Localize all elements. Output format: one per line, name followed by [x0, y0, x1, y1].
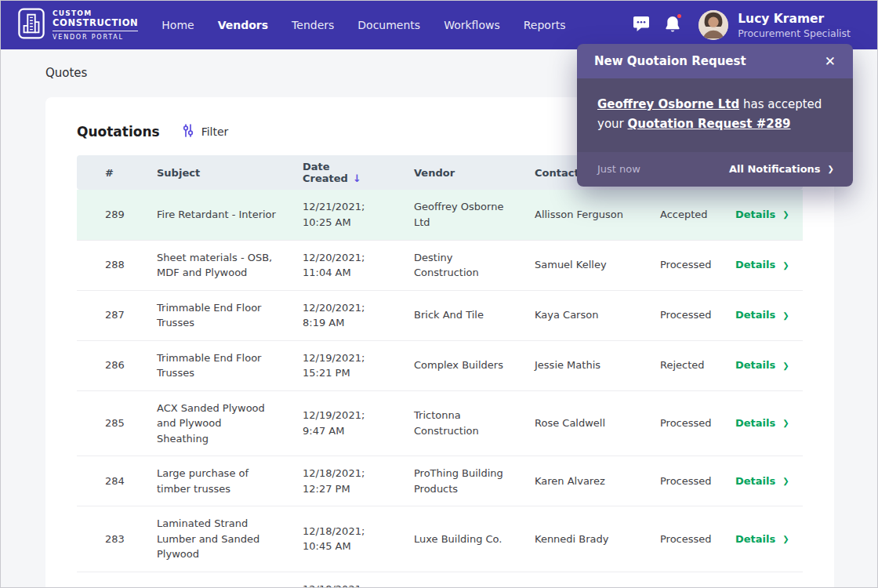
- col-header-vendor: Vendor: [398, 155, 519, 190]
- table-row: 289Fire Retardant - Interior12/21/2021; …: [77, 190, 803, 240]
- nav-item-tenders[interactable]: Tenders: [292, 19, 334, 31]
- vendor-link[interactable]: Geoffrey Osborne Ltd: [597, 97, 739, 111]
- details-button[interactable]: Details❯: [735, 358, 789, 373]
- quote-contact: Kennedi Brady: [519, 506, 644, 572]
- table-row: 288Sheet materials - OSB, MDF and Plywoo…: [77, 240, 803, 290]
- quote-vendor: Luxe Building Co.: [398, 506, 519, 572]
- chevron-right-icon: ❯: [782, 417, 789, 429]
- quote-status: Processed: [644, 456, 720, 506]
- quote-contact: Jessie Mathis: [519, 340, 644, 390]
- quote-contact: Rose Caldwell: [519, 390, 644, 456]
- details-label: Details: [735, 358, 775, 373]
- details-button[interactable]: Details❯: [735, 416, 789, 431]
- all-notifications-link[interactable]: All Notifications ❯: [729, 163, 834, 175]
- chevron-right-icon: ❯: [782, 533, 789, 545]
- table-row: 282I-Joists 90 Series12/18/2021; 8:12 AM…: [77, 572, 803, 588]
- filter-icon: [182, 124, 194, 140]
- nav-item-documents[interactable]: Documents: [357, 19, 420, 31]
- quote-subject: Large purchase of timber trusses: [141, 456, 287, 506]
- col-header-date-created[interactable]: Date Created↓: [287, 155, 398, 190]
- user-role: Procurement Specialist: [738, 27, 851, 39]
- chevron-right-icon: ❯: [828, 165, 834, 173]
- quote-number: 289: [77, 190, 141, 240]
- nav-item-home[interactable]: Home: [161, 19, 194, 31]
- quote-details-cell: Details❯: [720, 390, 803, 456]
- logo-line-1: CUSTOM: [53, 9, 138, 17]
- quote-subject: Sheet materials - OSB, MDF and Plywood: [141, 240, 287, 290]
- toast-header: New Quotaion Request ✕: [577, 44, 853, 78]
- top-navbar: CUSTOM CONSTRUCTION VENDOR PORTAL HomeVe…: [1, 1, 877, 49]
- quote-details-cell: Details❯: [720, 572, 803, 588]
- quote-contact: Kaya Carson: [519, 290, 644, 340]
- filter-button[interactable]: Filter: [182, 124, 229, 140]
- quote-date-created: 12/19/2021; 9:47 AM: [287, 390, 398, 456]
- notification-toast: New Quotaion Request ✕ Geoffrey Osborne …: [577, 44, 853, 187]
- quotations-table: # Subject Date Created↓ Vendor Contact S…: [77, 155, 803, 588]
- quotation-request-link[interactable]: Quotation Request #289: [628, 117, 791, 131]
- quote-subject: I-Joists 90 Series: [141, 572, 287, 588]
- col-header-subject: Subject: [141, 155, 287, 190]
- details-button[interactable]: Details❯: [735, 307, 789, 323]
- details-button[interactable]: Details❯: [735, 474, 789, 489]
- chevron-right-icon: ❯: [782, 475, 789, 487]
- quote-details-cell: Details❯: [720, 506, 803, 572]
- details-label: Details: [735, 532, 775, 547]
- quote-date-created: 12/20/2021; 8:19 AM: [287, 290, 398, 340]
- chevron-right-icon: ❯: [782, 360, 789, 372]
- quote-details-cell: Details❯: [720, 456, 803, 506]
- quote-date-created: 12/20/2021; 11:04 AM: [287, 240, 398, 290]
- quote-date-created: 12/18/2021; 12:27 PM: [287, 456, 398, 506]
- toast-title: New Quotaion Request: [594, 54, 746, 68]
- notification-dot: [676, 13, 683, 20]
- quote-vendor: Brick And Tile: [398, 290, 519, 340]
- quote-number: 283: [77, 506, 141, 572]
- toast-message: Geoffrey Osborne Ltd has accepted your Q…: [577, 78, 853, 152]
- quote-vendor: Geoffrey Osborne Ltd: [398, 190, 519, 240]
- table-row: 283Laminated Strand Lumber and Sanded Pl…: [77, 506, 803, 572]
- quote-status: Processed: [644, 506, 720, 572]
- quote-vendor: ProThing Building Products: [398, 456, 519, 506]
- details-label: Details: [735, 207, 775, 223]
- quote-subject: Trimmable End Floor Trusses: [141, 340, 287, 390]
- messages-button[interactable]: [633, 16, 650, 34]
- quote-date-created: 12/19/2021; 15:21 PM: [287, 340, 398, 390]
- quote-contact: Darion Howell: [519, 572, 644, 588]
- quote-vendor: Destiny Construction: [398, 240, 519, 290]
- quote-details-cell: Details❯: [720, 340, 803, 390]
- nav-items: HomeVendorsTendersDocumentsWorkflowsRepo…: [161, 19, 565, 31]
- logo-line-3: VENDOR PORTAL: [53, 34, 138, 41]
- chevron-right-icon: ❯: [782, 260, 789, 271]
- quote-number: 282: [77, 572, 141, 588]
- quote-date-created: 12/18/2021; 10:45 AM: [287, 506, 398, 572]
- quote-details-cell: Details❯: [720, 240, 803, 290]
- filter-label: Filter: [201, 125, 229, 138]
- nav-item-vendors[interactable]: Vendors: [218, 19, 268, 31]
- user-menu[interactable]: Lucy Kramer Procurement Specialist: [698, 10, 851, 40]
- nav-item-workflows[interactable]: Workflows: [444, 19, 500, 31]
- quote-subject: Trimmable End Floor Trusses: [141, 290, 287, 340]
- chevron-right-icon: ❯: [782, 209, 789, 220]
- details-button[interactable]: Details❯: [735, 532, 789, 547]
- quote-vendor: Signix Roofing: [398, 572, 519, 588]
- notifications-button[interactable]: [665, 15, 680, 36]
- app-window: CUSTOM CONSTRUCTION VENDOR PORTAL HomeVe…: [0, 0, 878, 588]
- avatar[interactable]: [698, 10, 728, 40]
- quote-date-created: 12/21/2021; 10:25 AM: [287, 190, 398, 240]
- details-label: Details: [735, 307, 775, 323]
- details-label: Details: [735, 474, 775, 489]
- quote-date-created: 12/18/2021; 8:12 AM: [287, 572, 398, 588]
- company-logo[interactable]: CUSTOM CONSTRUCTION VENDOR PORTAL: [18, 8, 138, 42]
- quote-subject: ACX Sanded Plywood and Plywood Sheathing: [141, 390, 287, 456]
- quote-status: Accepted: [644, 190, 720, 240]
- details-button[interactable]: Details❯: [735, 257, 789, 273]
- logo-text: CUSTOM CONSTRUCTION VENDOR PORTAL: [53, 9, 138, 41]
- close-icon[interactable]: ✕: [825, 55, 836, 68]
- details-button[interactable]: Details❯: [735, 207, 789, 223]
- logo-line-2: CONSTRUCTION: [53, 17, 138, 31]
- nav-item-reports[interactable]: Reports: [524, 19, 566, 31]
- toast-footer: Just now All Notifications ❯: [577, 152, 853, 187]
- table-row: 285ACX Sanded Plywood and Plywood Sheath…: [77, 390, 803, 456]
- sort-desc-icon[interactable]: ↓: [353, 172, 361, 184]
- quote-status: Processed: [644, 290, 720, 340]
- user-name: Lucy Kramer: [738, 11, 851, 27]
